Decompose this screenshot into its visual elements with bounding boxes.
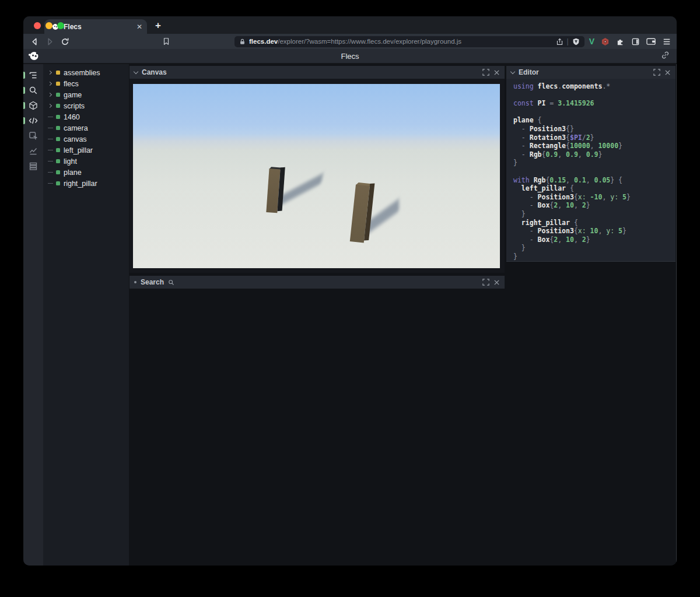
entity-dot — [56, 170, 60, 174]
close-icon[interactable] — [494, 279, 500, 286]
3d-viewport[interactable] — [133, 84, 500, 268]
active-indicator — [23, 72, 25, 79]
editor-column: Editor using flecs.components.* const PI… — [506, 66, 676, 262]
tree-item-label: 1460 — [64, 113, 80, 121]
entity-dot — [56, 82, 60, 86]
canvas-column: Canvas — [130, 66, 505, 289]
tree-item[interactable]: game — [43, 89, 129, 100]
search-panel-title: Search — [141, 278, 164, 286]
back-icon[interactable] — [29, 36, 40, 47]
fullscreen-icon[interactable] — [653, 69, 660, 76]
entity-dot — [56, 115, 60, 119]
entity-dot — [56, 104, 60, 108]
code-icon[interactable] — [23, 113, 43, 128]
rows-icon[interactable] — [23, 159, 43, 174]
share-icon[interactable] — [556, 38, 564, 45]
browser-window: Flecs ✕ + flecs. — [23, 16, 677, 566]
entity-tree: assemblies flecs game scripts — [43, 64, 129, 566]
editor-panel-header: Editor — [506, 66, 676, 79]
tree-item[interactable]: canvas — [43, 134, 129, 145]
tree-icon[interactable] — [23, 68, 43, 83]
tree-item-label: flecs — [64, 80, 79, 88]
chevron-down-icon[interactable] — [134, 69, 138, 73]
tree-expand-marker[interactable] — [48, 104, 56, 107]
page-title: Flecs — [23, 52, 677, 61]
new-tab-button[interactable]: + — [155, 20, 161, 31]
tree-expand-marker[interactable] — [48, 139, 56, 139]
tree-expand-marker[interactable] — [48, 93, 56, 96]
tree-item-label: left_pillar — [64, 146, 93, 154]
tree-item[interactable]: flecs — [43, 78, 129, 89]
tree-expand-marker[interactable] — [48, 128, 56, 128]
tree-item-label: right_pillar — [64, 180, 97, 188]
left-pillar-object — [266, 166, 286, 214]
tree-item-label: plane — [64, 168, 82, 177]
tree-expand-marker[interactable] — [48, 183, 56, 184]
browser-toolbar: flecs.dev/explorer/?wasm=https://www.fle… — [23, 34, 677, 49]
entity-dot — [56, 137, 60, 141]
puzzle-extensions-icon[interactable] — [616, 37, 625, 46]
tool-sidebar — [23, 64, 43, 566]
tree-item[interactable]: plane — [43, 167, 129, 178]
wallet-icon[interactable] — [646, 37, 656, 45]
sidebar-panel-icon[interactable] — [631, 37, 640, 46]
close-window-button[interactable] — [34, 22, 41, 29]
forward-icon[interactable] — [44, 36, 55, 47]
tree-item[interactable]: light — [43, 156, 129, 167]
collapsed-marker-icon[interactable] — [134, 281, 136, 283]
search-icon[interactable] — [23, 83, 43, 98]
editor-panel-title: Editor — [519, 68, 539, 76]
tree-item-label: game — [64, 91, 82, 99]
app-header: Flecs — [23, 49, 677, 64]
active-indicator — [23, 102, 25, 109]
browser-tab-strip: Flecs ✕ + — [23, 16, 677, 34]
zoom-window-button[interactable] — [57, 22, 64, 29]
tree-item[interactable]: scripts — [43, 100, 129, 111]
tree-item-label: scripts — [64, 102, 85, 110]
url-bar[interactable]: flecs.dev/explorer/?wasm=https://www.fle… — [235, 36, 584, 47]
menu-icon[interactable] — [663, 38, 671, 45]
active-indicator — [23, 87, 25, 94]
brave-shield-icon[interactable] — [572, 38, 580, 45]
tree-item[interactable]: camera — [43, 122, 129, 134]
desktop: Flecs ✕ + flecs. — [0, 0, 700, 597]
toolbar-extensions: V — [589, 37, 671, 46]
fullscreen-icon[interactable] — [482, 69, 489, 76]
url-host: flecs.dev — [249, 38, 278, 45]
tree-expand-marker[interactable] — [48, 161, 56, 161]
cube-icon[interactable] — [23, 98, 43, 113]
vue-devtools-icon[interactable]: V — [589, 37, 594, 46]
extension-hexagon-icon[interactable] — [601, 37, 610, 46]
minimize-window-button[interactable] — [46, 22, 52, 29]
tab-close-icon[interactable]: ✕ — [136, 23, 142, 31]
reload-icon[interactable] — [60, 36, 70, 47]
tree-item-label: assemblies — [64, 69, 100, 77]
chart-icon[interactable] — [23, 143, 43, 159]
canvas-panel-title: Canvas — [142, 68, 167, 76]
search-magnifier-icon — [168, 279, 174, 286]
tree-item[interactable]: assemblies — [43, 67, 129, 78]
tree-item[interactable]: 1460 — [43, 111, 129, 122]
window-controls[interactable] — [34, 22, 64, 29]
chevron-down-icon[interactable] — [510, 69, 515, 73]
tree-expand-marker[interactable] — [48, 71, 56, 74]
lock-icon — [239, 38, 246, 45]
tree-expand-marker[interactable] — [48, 82, 56, 85]
fullscreen-icon[interactable] — [482, 279, 489, 286]
tree-expand-marker[interactable] — [48, 117, 56, 117]
code-editor[interactable]: using flecs.components.* const PI = 3.14… — [506, 79, 676, 262]
right-pillar-object — [350, 182, 376, 244]
tree-item[interactable]: right_pillar — [43, 178, 129, 189]
tab-title: Flecs — [64, 23, 132, 31]
active-indicator — [23, 117, 25, 124]
bookmark-icon[interactable] — [161, 36, 172, 47]
tree-expand-marker[interactable] — [48, 172, 56, 173]
close-icon[interactable] — [494, 69, 500, 76]
tree-expand-marker[interactable] — [48, 150, 56, 150]
entity-dot — [56, 71, 60, 75]
tree-item[interactable]: left_pillar — [43, 145, 129, 156]
canvas-panel-header: Canvas — [130, 66, 505, 79]
close-icon[interactable] — [664, 69, 671, 76]
entity-dot — [56, 93, 60, 97]
inspect-icon[interactable] — [23, 128, 43, 143]
